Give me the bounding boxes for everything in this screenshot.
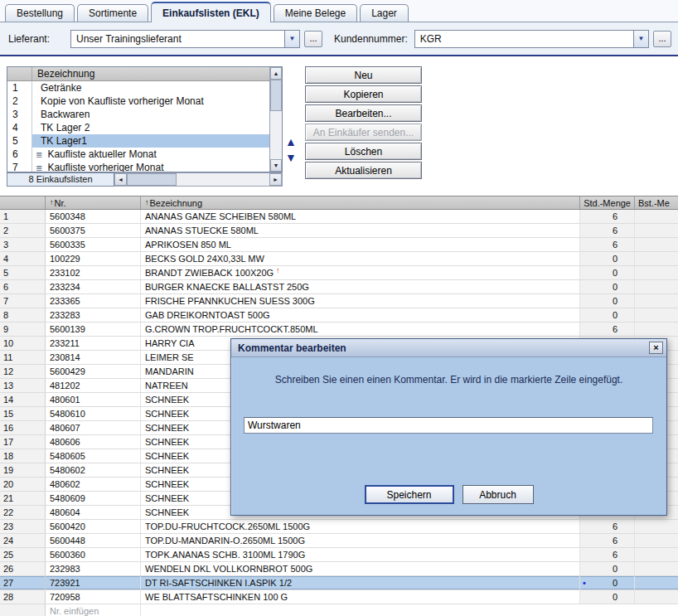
- article-name: BECKS GOLD 24X0,33L MW: [145, 254, 264, 264]
- dialog-titlebar[interactable]: Kommentar bearbeiten ×: [231, 339, 666, 357]
- article-name: G.CROWN TROP.FRUCHTCOCKT.850ML: [145, 324, 318, 334]
- table-row[interactable]: 1 5600348 ANANAS GANZE SCHEIBEN 580ML 6: [0, 210, 678, 224]
- table-row[interactable]: 9 5600139 G.CROWN TROP.FRUCHTCOCKT.850ML…: [0, 323, 678, 337]
- scroll-down-icon[interactable]: ▼: [270, 159, 282, 172]
- cell-nr: 5480609: [46, 492, 141, 505]
- kundennummer-browse-button[interactable]: ...: [653, 31, 671, 47]
- cell-bst-menge: [635, 576, 678, 589]
- lieferant-combobox[interactable]: Unser Trainingslieferant ▼: [70, 30, 300, 48]
- list-item-label: Kaufliste aktueller Monat: [42, 148, 156, 160]
- tab-bar: Bestellung Sortimente Einkaufslisten (EK…: [0, 0, 678, 22]
- lieferant-browse-button[interactable]: ...: [304, 31, 322, 47]
- table-row[interactable]: 7 233365 FRISCHE PFANNKUCHEN SUESS 300G …: [0, 294, 678, 308]
- list-item[interactable]: 1 Getränke: [7, 81, 269, 95]
- list-header[interactable]: Bezeichnung: [7, 67, 269, 81]
- comment-input[interactable]: [244, 417, 653, 434]
- list-item[interactable]: 7 ≣ Kaufliste vorheriger Monat: [7, 161, 269, 172]
- row-number: 4: [0, 252, 46, 265]
- list-item[interactable]: 2 Kopie von Kaufliste vorheriger Monat: [7, 95, 269, 108]
- tab[interactable]: Lager: [360, 4, 409, 22]
- header-bst-menge[interactable]: Bst.-Me: [635, 196, 678, 209]
- purchase-lists: Bezeichnung 1 Getränke: [7, 67, 269, 172]
- action-button[interactable]: Kopieren: [305, 85, 422, 103]
- list-vertical-scrollbar[interactable]: ▲ ▼: [269, 67, 282, 172]
- chevron-down-icon[interactable]: ▼: [633, 31, 648, 47]
- row-number: 5: [0, 266, 46, 279]
- std-menge-value: 6: [613, 536, 617, 546]
- article-name: SCHNEEK: [145, 507, 189, 517]
- row-number: [0, 604, 46, 616]
- table-row[interactable]: 8 233283 GAB DREIKORNTOAST 500G 0: [0, 308, 678, 323]
- scroll-right-icon[interactable]: ►: [269, 173, 282, 186]
- scrollbar-thumb[interactable]: [270, 80, 282, 111]
- table-row[interactable]: 26 232983 WENDELN DKL VOLLKORNBROT 500G …: [0, 562, 678, 576]
- std-menge-value: 6: [613, 240, 617, 250]
- cell-bst-menge: [635, 562, 678, 575]
- article-name: GAB DREIKORNTOAST 500G: [145, 310, 270, 320]
- table-row[interactable]: 23 5600420 TOP.DU-FRUCHTCOCK.2650ML 1500…: [0, 520, 678, 534]
- cell-bezeichnung: TOPK.ANANAS SCHB. 3100ML 1790G: [141, 548, 580, 561]
- table-row[interactable]: 2 5600375 ANANAS STUECKE 580ML 6: [0, 224, 678, 238]
- chevron-down-icon[interactable]: ▼: [284, 31, 299, 47]
- kommentar-dialog: Kommentar bearbeiten × Schreiben Sie ein…: [230, 338, 667, 516]
- abbruch-button[interactable]: Abbruch: [462, 485, 534, 504]
- list-item-number: 6: [7, 148, 32, 161]
- article-name: SCHNEEK: [145, 493, 189, 503]
- tab[interactable]: Einkaufslisten (EKL): [151, 2, 271, 22]
- close-icon[interactable]: ×: [649, 342, 663, 354]
- reorder-buttons: ▲ ▼: [285, 136, 297, 163]
- speichern-button[interactable]: Speichern: [365, 485, 454, 504]
- kundennummer-combobox[interactable]: KGR ▼: [414, 30, 649, 48]
- list-item[interactable]: 3 Backwaren: [7, 108, 269, 121]
- cell-nr: 233283: [46, 308, 141, 322]
- action-button[interactable]: Neu: [305, 66, 422, 84]
- action-button[interactable]: Löschen: [305, 143, 422, 160]
- cell-nr: 233211: [46, 337, 141, 350]
- row-number: 22: [0, 506, 46, 519]
- tab[interactable]: Meine Belege: [274, 4, 357, 22]
- action-button[interactable]: Aktualisieren: [305, 162, 422, 179]
- list-item-number: 7: [7, 161, 32, 172]
- table-row[interactable]: 3 5600335 APRIKOSEN 850 ML 6: [0, 238, 678, 252]
- list-count-tab[interactable]: 8 Einkaufslisten: [7, 172, 114, 187]
- row-number: 16: [0, 421, 46, 434]
- table-row[interactable]: 27 723921 DT RI-SAFTSCHINKEN I.ASPIK 1/2…: [0, 576, 678, 590]
- scroll-up-icon[interactable]: ▲: [270, 67, 282, 80]
- header-std-menge[interactable]: Std.-Menge: [580, 196, 635, 209]
- action-buttons: Neu Kopieren Bearbeiten... An Einkäufer …: [305, 66, 422, 179]
- table-row[interactable]: 24 5600448 TOP.DU-MANDARIN-O.2650ML 1500…: [0, 534, 678, 548]
- tab[interactable]: Sortimente: [77, 4, 148, 22]
- cell-bezeichnung: WE BLATTSAFTSCHINKEN 100 G: [141, 590, 580, 604]
- list-header-num: [7, 67, 32, 80]
- table-row[interactable]: 5 233102 BRANDT ZWIEBACK 100X20G ↑ 0: [0, 266, 678, 280]
- table-row[interactable]: 4 100229 BECKS GOLD 24X0,33L MW 0: [0, 252, 678, 266]
- std-menge-value: 0: [613, 592, 617, 602]
- move-down-icon[interactable]: ▼: [285, 152, 297, 163]
- list-item[interactable]: 6 ≣ Kaufliste aktueller Monat: [7, 148, 269, 161]
- scrollbar-track[interactable]: [270, 111, 282, 159]
- action-button[interactable]: An Einkäufer senden...: [305, 124, 422, 141]
- scrollbar-thumb[interactable]: [127, 173, 177, 186]
- row-number: 18: [0, 449, 46, 463]
- table-row[interactable]: 6 233234 BURGER KNAECKE BALLASTST 250G 0: [0, 280, 678, 294]
- row-number: 13: [0, 379, 46, 392]
- list-item-label: Kopie von Kaufliste vorheriger Monat: [36, 95, 204, 107]
- list-horizontal-scrollbar[interactable]: ◄ ►: [114, 172, 283, 187]
- list-item[interactable]: 5 TK Lager1: [7, 134, 269, 148]
- table-row[interactable]: 25 5600360 TOPK.ANANAS SCHB. 3100ML 1790…: [0, 548, 678, 562]
- row-number: 7: [0, 294, 46, 308]
- header-nr[interactable]: ↑ Nr.: [46, 196, 141, 209]
- header-bezeichnung[interactable]: ↑ Bezeichnung: [141, 196, 580, 209]
- scrollbar-track[interactable]: [177, 173, 269, 186]
- cell-bst-menge: [635, 266, 678, 279]
- tab[interactable]: Bestellung: [5, 4, 75, 22]
- scroll-left-icon[interactable]: ◄: [114, 173, 127, 186]
- cell-nr: 480604: [46, 506, 141, 519]
- action-button[interactable]: Bearbeiten...: [305, 104, 422, 122]
- list-item-number: 3: [7, 108, 32, 121]
- list-item[interactable]: 4 TK Lager 2: [7, 121, 269, 134]
- std-menge-value: 6: [613, 324, 617, 334]
- move-up-icon[interactable]: ▲: [285, 136, 297, 148]
- table-row[interactable]: 28 720958 WE BLATTSAFTSCHINKEN 100 G 0: [0, 590, 678, 604]
- insert-row[interactable]: Nr. einfügen: [0, 604, 678, 616]
